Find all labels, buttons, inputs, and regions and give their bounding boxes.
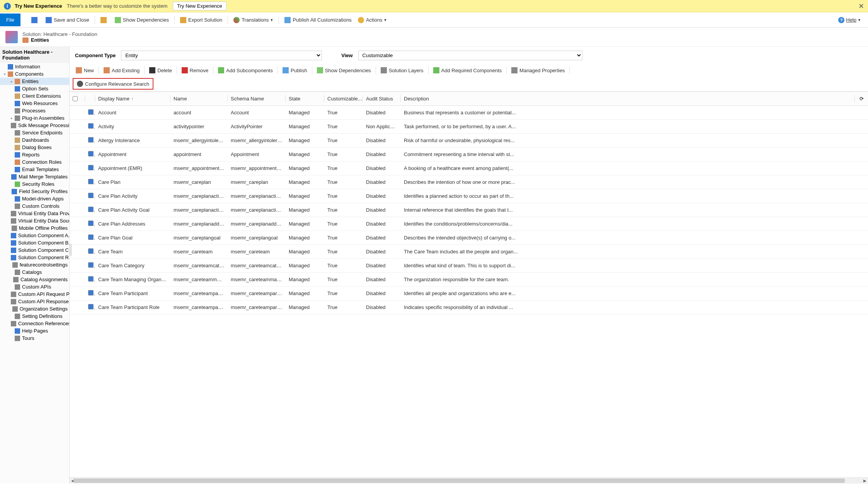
sidebar-item[interactable]: Information bbox=[0, 63, 69, 70]
table-row[interactable]: Care Plan Activitymsemr_careplanactivity… bbox=[70, 189, 868, 203]
table-row[interactable]: Care Team Categorymsemr_careteamcateg...… bbox=[70, 259, 868, 273]
sidebar-item[interactable]: ▾Components bbox=[0, 70, 69, 78]
export-solution-button[interactable]: Export Solution bbox=[177, 15, 225, 25]
actions-label: Actions bbox=[366, 17, 383, 23]
table-row[interactable]: Care Plan Activity Goalmsemr_careplanact… bbox=[70, 203, 868, 217]
tree-toggle-icon[interactable]: ▸ bbox=[11, 80, 15, 83]
sidebar-item[interactable]: Dialog Boxes bbox=[0, 144, 69, 151]
sidebar-item[interactable]: Processes bbox=[0, 107, 69, 114]
cell-description: Risk of harmful or undesirable, physiolo… bbox=[401, 138, 855, 143]
add-required-components-button[interactable]: Add Required Components bbox=[430, 66, 505, 75]
tree-toggle-icon[interactable]: ▾ bbox=[4, 72, 8, 76]
export-icon-only[interactable] bbox=[97, 15, 112, 25]
table-row[interactable]: ActivityactivitypointerActivityPointerMa… bbox=[70, 120, 868, 134]
table-row[interactable]: Care Plan Addressesmsemr_careplanaddre..… bbox=[70, 217, 868, 231]
col-audit-status[interactable]: Audit Status bbox=[363, 92, 401, 105]
sidebar-item[interactable]: Organization Settings bbox=[0, 305, 69, 312]
configure-relevance-search-button[interactable]: Configure Relevance Search bbox=[74, 79, 152, 88]
table-row[interactable]: Care Teammsemr_careteammsemr_careteamMan… bbox=[70, 245, 868, 259]
sidebar-item[interactable]: Solution Component B... bbox=[0, 239, 69, 246]
sidebar-item[interactable]: Tours bbox=[0, 334, 69, 342]
add-existing-button[interactable]: Add Existing bbox=[100, 66, 143, 75]
sidebar-item[interactable]: Mobile Offline Profiles bbox=[0, 224, 69, 232]
table-row[interactable]: Care Planmsemr_careplanmsemr_careplanMan… bbox=[70, 175, 868, 189]
close-banner-icon[interactable]: ✕ bbox=[858, 2, 864, 10]
col-schema-name[interactable]: Schema Name bbox=[228, 92, 286, 105]
managed-properties-button[interactable]: Managed Properties bbox=[508, 66, 568, 75]
sidebar-item[interactable]: Catalogs bbox=[0, 268, 69, 276]
save-and-close-button[interactable]: Save and Close bbox=[43, 15, 92, 25]
table-row[interactable]: Care Team Participant Rolemsemr_careteam… bbox=[70, 301, 868, 314]
publish-button[interactable]: Publish bbox=[279, 66, 310, 75]
sidebar-item[interactable]: Custom API Request Pa... bbox=[0, 290, 69, 298]
col-display-name[interactable]: Display Name↑ bbox=[95, 92, 170, 105]
actions-dropdown[interactable]: Actions▼ bbox=[355, 15, 390, 25]
sidebar-item[interactable]: Model-driven Apps bbox=[0, 195, 69, 202]
show-dependencies-button[interactable]: Show Dependencies bbox=[112, 15, 172, 25]
sidebar-item[interactable]: Dashboards bbox=[0, 136, 69, 144]
sidebar-item-label: Catalog Assignments bbox=[20, 277, 68, 282]
sidebar-item[interactable]: Custom APIs bbox=[0, 283, 69, 290]
sidebar-item[interactable]: Catalog Assignments bbox=[0, 276, 69, 283]
sidebar-item[interactable]: Security Roles bbox=[0, 180, 69, 188]
horizontal-scrollbar[interactable]: ◀ ▶ bbox=[70, 477, 868, 484]
sidebar-item[interactable]: Service Endpoints bbox=[0, 129, 69, 136]
try-new-experience-button[interactable]: Try New Experience bbox=[173, 2, 226, 10]
new-button[interactable]: New bbox=[73, 66, 97, 75]
sidebar-item[interactable]: Virtual Entity Data Sour... bbox=[0, 217, 69, 224]
sidebar-item[interactable]: Connection References bbox=[0, 320, 69, 327]
add-subcomponents-button[interactable]: Add Subcomponents bbox=[215, 66, 276, 75]
delete-button[interactable]: ✕Delete bbox=[146, 66, 175, 75]
sidebar-resize-handle[interactable] bbox=[70, 244, 72, 256]
show-dependencies-button-tb[interactable]: Show Dependencies bbox=[314, 66, 374, 75]
sidebar-item[interactable]: Solution Component A... bbox=[0, 232, 69, 239]
sidebar-item[interactable]: Mail Merge Templates bbox=[0, 173, 69, 180]
select-all-checkbox[interactable] bbox=[70, 92, 85, 105]
sidebar-item[interactable]: ▸Plug-in Assemblies bbox=[0, 114, 69, 122]
sidebar-item[interactable]: Help Pages bbox=[0, 327, 69, 334]
table-row[interactable]: Allergy Intolerancemsemr_allergyintolera… bbox=[70, 134, 868, 148]
cell-description: Describes the intended objective(s) of c… bbox=[401, 235, 855, 241]
help-link[interactable]: ?Help▼ bbox=[835, 15, 864, 25]
sidebar-item[interactable]: ▸Entities bbox=[0, 78, 69, 85]
sidebar-item[interactable]: Option Sets bbox=[0, 85, 69, 92]
scrollbar-thumb[interactable] bbox=[73, 479, 845, 483]
sidebar-item[interactable]: featurecontrolsettings bbox=[0, 261, 69, 268]
publish-all-button[interactable]: Publish All Customizations bbox=[281, 15, 354, 25]
view-select[interactable]: Customizable bbox=[358, 51, 582, 60]
scroll-right-icon[interactable]: ▶ bbox=[862, 478, 868, 484]
table-row[interactable]: AppointmentappointmentAppointmentManaged… bbox=[70, 148, 868, 161]
solution-layers-button[interactable]: Solution Layers bbox=[378, 66, 427, 75]
save-button[interactable] bbox=[28, 15, 43, 25]
sidebar-item[interactable]: Field Security Profiles bbox=[0, 188, 69, 195]
translations-dropdown[interactable]: Translations▼ bbox=[230, 15, 276, 25]
sidebar-item[interactable]: Virtual Entity Data Prov... bbox=[0, 210, 69, 217]
entity-row-icon bbox=[88, 262, 94, 268]
sidebar-item[interactable]: Reports bbox=[0, 151, 69, 158]
sidebar-item[interactable]: Setting Definitions bbox=[0, 312, 69, 320]
sidebar-item[interactable]: Solution Component R... bbox=[0, 254, 69, 261]
sidebar-item[interactable]: Sdk Message Processin... bbox=[0, 122, 69, 129]
col-name[interactable]: Name bbox=[170, 92, 228, 105]
table-row[interactable]: Care Plan Goalmsemr_careplangoalmsemr_ca… bbox=[70, 231, 868, 245]
component-type-select[interactable]: Entity bbox=[121, 51, 322, 60]
sidebar-item[interactable]: Solution Component C... bbox=[0, 246, 69, 254]
sidebar-item[interactable]: Connection Roles bbox=[0, 158, 69, 166]
sidebar-item[interactable]: Custom API Response ... bbox=[0, 298, 69, 305]
col-description[interactable]: Description bbox=[401, 92, 855, 105]
remove-button[interactable]: Remove bbox=[179, 66, 211, 75]
file-tab[interactable]: File bbox=[0, 14, 20, 26]
sidebar-item[interactable]: Custom Controls bbox=[0, 202, 69, 210]
table-row[interactable]: AccountaccountAccountManagedTrueDisabled… bbox=[70, 106, 868, 120]
table-row[interactable]: Appointment (EMR)msemr_appointmente...ms… bbox=[70, 161, 868, 175]
table-row[interactable]: Care Team Participantmsemr_careteamparti… bbox=[70, 287, 868, 301]
sidebar-item[interactable]: Client Extensions bbox=[0, 92, 69, 100]
refresh-button[interactable]: ⟳ bbox=[855, 92, 868, 105]
sidebar-item[interactable]: Web Resources bbox=[0, 100, 69, 107]
table-row[interactable]: Care Team Managing Organiza...msemr_care… bbox=[70, 273, 868, 287]
tree-toggle-icon[interactable]: ▸ bbox=[11, 116, 15, 120]
col-customizable[interactable]: Customizable... bbox=[324, 92, 363, 105]
sidebar-item[interactable]: Email Templates bbox=[0, 166, 69, 173]
sidebar-item-label: Setting Definitions bbox=[22, 313, 63, 319]
col-state[interactable]: State bbox=[286, 92, 324, 105]
